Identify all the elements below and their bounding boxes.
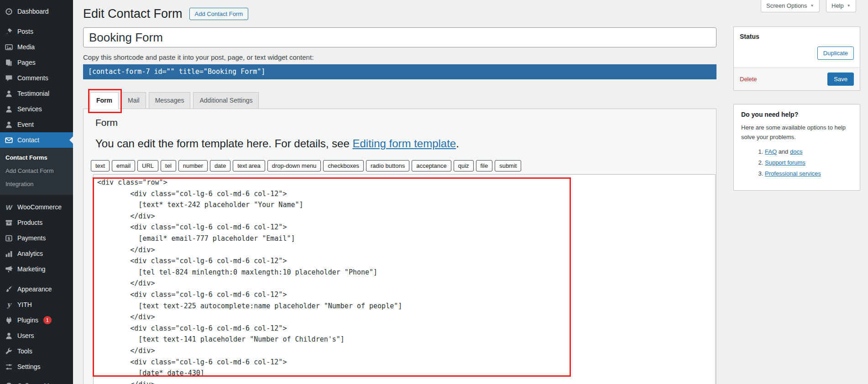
shortcode-box[interactable]: [contact-form-7 id="" title="Booking For… <box>83 64 716 79</box>
sidebar-item-contact[interactable]: Contact <box>0 132 73 148</box>
form-title-input[interactable] <box>83 27 716 47</box>
help-item: Professional services <box>765 170 852 177</box>
sidebar-item-comments[interactable]: Comments <box>0 70 73 86</box>
sidebar-item-analytics[interactable]: Analytics <box>0 246 73 261</box>
megaphone-icon <box>5 265 13 273</box>
sidebar-item-payments[interactable]: $Payments <box>0 230 73 246</box>
tab-messages[interactable]: Messages <box>149 92 191 109</box>
panel-heading: Form <box>95 117 709 128</box>
chevron-down-icon: ▼ <box>847 4 851 8</box>
sidebar-subitem-contact-forms[interactable]: Contact Forms <box>0 151 73 164</box>
chevron-down-icon: ▼ <box>810 4 814 8</box>
content-area: Screen Options ▼ Help ▼ Edit Contact For… <box>73 0 868 384</box>
page-title: Edit Contact Form <box>83 6 183 21</box>
sidebar-item-label: Plugins <box>17 317 38 324</box>
sidebar-item-marketing[interactable]: Marketing <box>0 261 73 277</box>
sidebar-item-label: Appearance <box>17 285 52 293</box>
help-button[interactable]: Help ▼ <box>826 0 856 12</box>
sidebar-item-label: Dashboard <box>17 8 49 15</box>
editor-tabs: FormMailMessagesAdditional Settings <box>83 92 716 109</box>
sidebar-item-label: Pages <box>17 59 36 66</box>
sidebar-item-posts[interactable]: Posts <box>0 24 73 39</box>
delete-link[interactable]: Delete <box>740 76 757 83</box>
sidebar-item-label: Event <box>17 121 34 128</box>
sidebar-item-label: Users <box>17 332 34 339</box>
sidebar-subitem-add-contact-form[interactable]: Add Contact Form <box>0 164 73 177</box>
tag-button-quiz[interactable]: quiz <box>454 160 474 171</box>
page-header: Edit Contact Form Add Contact Form <box>83 0 716 21</box>
dashboard-icon <box>5 7 13 16</box>
tag-button-file[interactable]: file <box>476 160 493 171</box>
sidebar-item-woocommerce[interactable]: WWooCommerce <box>0 199 73 215</box>
sidebar-item-products[interactable]: Products <box>0 215 73 230</box>
form-template-code[interactable]: <div class="row"> <div class="col-lg-6 c… <box>94 175 715 384</box>
plugin-icon <box>5 316 13 324</box>
collapse-icon <box>5 382 13 384</box>
shortcode-hint: Copy this shortcode and paste it into yo… <box>83 53 716 61</box>
status-title: Status <box>734 27 860 43</box>
media-icon <box>5 43 13 51</box>
sidebar-item-plugins[interactable]: Plugins1 <box>0 312 73 328</box>
sidebar-item-collapse-menu[interactable]: Collapse Menu <box>0 378 73 384</box>
tag-button-date[interactable]: date <box>210 160 230 171</box>
editing-form-template-link[interactable]: Editing form template <box>352 137 456 150</box>
tag-button-email[interactable]: email <box>112 160 135 171</box>
add-contact-form-button[interactable]: Add Contact Form <box>189 8 249 20</box>
pages-icon <box>5 58 13 67</box>
sidebar-item-yith[interactable]: yYITH <box>0 297 73 312</box>
sidebar-item-settings[interactable]: Settings <box>0 359 73 374</box>
sidebar-item-media[interactable]: Media <box>0 39 73 55</box>
sidebar-item-pages[interactable]: Pages <box>0 55 73 70</box>
contact-submenu: Contact FormsAdd Contact FormIntegration <box>0 148 73 195</box>
tag-button-acceptance[interactable]: acceptance <box>412 160 451 171</box>
screen-options-button[interactable]: Screen Options ▼ <box>761 0 820 12</box>
sidebar-item-label: Products <box>17 219 42 226</box>
sidebar-item-dashboard[interactable]: Dashboard <box>0 4 73 19</box>
sidebar-subitem-integration[interactable]: Integration <box>0 177 73 191</box>
help-box: Do you need help? Here are some availabl… <box>733 104 860 191</box>
sidebar-item-users[interactable]: Users <box>0 328 73 343</box>
sidebar-item-event[interactable]: Event <box>0 117 73 132</box>
duplicate-button[interactable]: Duplicate <box>817 47 854 60</box>
tag-button-tel[interactable]: tel <box>161 160 176 171</box>
wrench-icon <box>5 347 13 355</box>
faq-link[interactable]: FAQ <box>765 148 777 155</box>
docs-link[interactable]: docs <box>790 148 802 155</box>
status-box: Status Duplicate Delete Save <box>733 26 860 91</box>
tag-button-text[interactable]: text <box>91 160 110 171</box>
right-column: Status Duplicate Delete Save Do you need… <box>733 26 860 191</box>
tag-button-submit[interactable]: submit <box>495 160 521 171</box>
editor-intro: You can edit the form template here. For… <box>95 137 709 150</box>
tab-additional-settings[interactable]: Additional Settings <box>193 92 259 109</box>
sidebar-item-label: Tools <box>17 348 32 355</box>
sidebar-item-label: Media <box>17 43 35 51</box>
support-forums-link[interactable]: Support forums <box>765 159 805 166</box>
sidebar-item-label: Services <box>17 105 42 113</box>
sidebar-item-label: YITH <box>17 301 32 308</box>
brush-icon <box>5 285 13 293</box>
sidebar-item-label: Collapse Menu <box>17 382 60 384</box>
help-item-text: and <box>777 148 790 155</box>
form-panel: Form You can edit the form template here… <box>83 109 716 384</box>
form-template-textarea[interactable]: <div class="row"> <div class="col-lg-6 c… <box>93 174 716 384</box>
svg-text:$: $ <box>7 236 10 240</box>
yith-icon: y <box>5 301 13 309</box>
professional-services-link[interactable]: Professional services <box>765 170 821 177</box>
tag-button-number[interactable]: number <box>178 160 208 171</box>
help-label: Help <box>831 2 844 9</box>
tag-button-url[interactable]: URL <box>137 160 158 171</box>
tag-button-checkboxes[interactable]: checkboxes <box>323 160 364 171</box>
sidebar-item-tools[interactable]: Tools <box>0 343 73 359</box>
tab-mail[interactable]: Mail <box>121 92 146 109</box>
save-button[interactable]: Save <box>827 73 854 86</box>
tag-button-text-area[interactable]: text area <box>233 160 265 171</box>
sidebar-item-label: Contact <box>17 136 39 144</box>
editor-intro-text: You can edit the form template here. For… <box>95 137 352 150</box>
tab-form[interactable]: Form <box>90 92 119 109</box>
tag-button-drop-down-menu[interactable]: drop-down menu <box>267 160 321 171</box>
tag-button-radio-buttons[interactable]: radio buttons <box>366 160 409 171</box>
sidebar-item-appearance[interactable]: Appearance <box>0 281 73 297</box>
sidebar-item-label: Comments <box>17 74 48 82</box>
sidebar-item-services[interactable]: Services <box>0 101 73 117</box>
sidebar-item-testimonial[interactable]: Testimonial <box>0 86 73 101</box>
